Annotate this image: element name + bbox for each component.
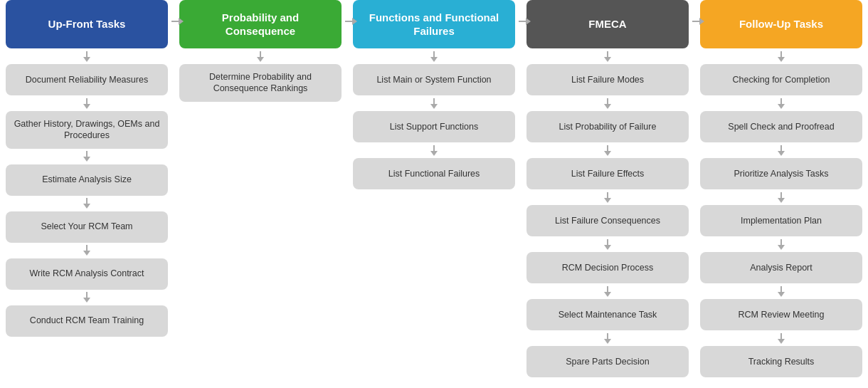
- horizontal-arrow-icon: [343, 16, 357, 27]
- column-header-functions: Functions and Functional Failures: [353, 0, 515, 48]
- column-fmeca: FMECAList Failure ModesList Probability …: [521, 0, 694, 388]
- arrow-down-icon: [80, 197, 93, 210]
- column-header-up-front: Up-Front Tasks: [6, 0, 168, 48]
- diagram: Up-Front TasksDocument Reliability Measu…: [0, 0, 868, 388]
- task-box: Determine Probability and Consequence Ra…: [179, 64, 342, 102]
- arrow-down-icon: [601, 97, 614, 110]
- arrow-down-icon: [80, 50, 93, 63]
- task-box: Tracking Results: [700, 346, 862, 377]
- arrow-down-icon: [80, 150, 93, 163]
- column-arrow-3: [690, 16, 704, 27]
- task-box: Document Reliability Measures: [6, 64, 168, 95]
- arrow-down-icon: [601, 332, 614, 345]
- task-box: Write RCM Analysis Contract: [6, 258, 168, 290]
- arrow-down-icon: [775, 191, 788, 204]
- arrow-down-icon: [775, 50, 788, 63]
- arrow-down-icon: [428, 144, 440, 157]
- column-header-probability: Probability and Consequence: [179, 0, 342, 48]
- horizontal-arrow-icon: [169, 16, 184, 27]
- column-arrow-0: [169, 16, 184, 27]
- arrow-down-icon: [775, 238, 788, 251]
- column-arrow-2: [517, 16, 531, 27]
- arrow-down-icon: [775, 97, 788, 110]
- task-box: Checking for Completion: [700, 64, 862, 95]
- column-probability: Probability and ConsequenceDetermine Pro…: [174, 0, 347, 388]
- arrow-down-icon: [254, 50, 267, 63]
- arrow-down-icon: [428, 97, 440, 110]
- task-box: Implementation Plan: [700, 205, 862, 236]
- task-box: Conduct RCM Team Training: [6, 305, 168, 337]
- column-header-fmeca: FMECA: [526, 0, 689, 48]
- arrow-down-icon: [80, 97, 93, 110]
- horizontal-arrow-icon: [517, 16, 531, 27]
- task-box: RCM Review Meeting: [700, 299, 862, 330]
- column-arrow-1: [343, 16, 357, 27]
- task-box: List Failure Consequences: [526, 205, 689, 236]
- task-box: Spare Parts Decision: [526, 346, 689, 377]
- arrow-down-icon: [601, 144, 614, 157]
- task-box: List Support Functions: [353, 111, 515, 142]
- column-functions: Functions and Functional FailuresList Ma…: [347, 0, 521, 388]
- task-box: Estimate Analysis Size: [6, 164, 168, 196]
- task-box: List Failure Modes: [526, 64, 689, 95]
- arrow-down-icon: [80, 244, 93, 257]
- arrow-down-icon: [601, 238, 614, 251]
- column-follow-up: Follow-Up TasksChecking for CompletionSp…: [694, 0, 868, 388]
- arrow-down-icon: [428, 50, 440, 63]
- arrow-down-icon: [601, 191, 614, 204]
- task-box: RCM Decision Process: [526, 252, 689, 283]
- task-box: Select Your RCM Team: [6, 211, 168, 243]
- arrow-down-icon: [601, 285, 614, 298]
- task-box: List Probability of Failure: [526, 111, 689, 142]
- arrow-down-icon: [601, 50, 614, 63]
- task-box: Prioritize Analysis Tasks: [700, 158, 862, 189]
- horizontal-arrow-icon: [690, 16, 704, 27]
- column-header-follow-up: Follow-Up Tasks: [700, 0, 862, 48]
- task-box: List Failure Effects: [526, 158, 689, 189]
- task-box: Gather History, Drawings, OEMs and Proce…: [6, 111, 168, 149]
- arrow-down-icon: [775, 332, 788, 345]
- arrow-down-icon: [80, 291, 93, 304]
- arrow-down-icon: [775, 285, 788, 298]
- task-box: Spell Check and Proofread: [700, 111, 862, 142]
- arrow-down-icon: [775, 144, 788, 157]
- column-up-front: Up-Front TasksDocument Reliability Measu…: [0, 0, 174, 388]
- task-box: List Main or System Function: [353, 64, 515, 95]
- task-box: List Functional Failures: [353, 158, 515, 189]
- task-box: Analysis Report: [700, 252, 862, 283]
- task-box: Select Maintenance Task: [526, 299, 689, 330]
